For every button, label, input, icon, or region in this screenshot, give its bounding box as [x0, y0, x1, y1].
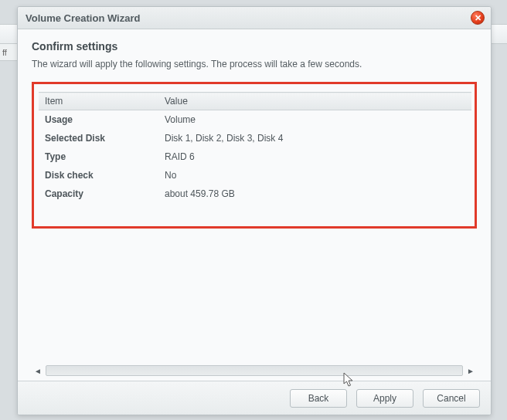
scroll-track[interactable]: [46, 365, 463, 376]
row-value: No: [158, 166, 471, 185]
table-row: Capacity about 459.78 GB: [39, 185, 471, 203]
settings-table: Item Value Usage Volume Selected Disk Di…: [39, 92, 471, 203]
table-row: Disk check No: [39, 166, 471, 185]
close-icon: ✕: [475, 14, 481, 22]
row-value: Volume: [158, 110, 471, 130]
wizard-dialog: Volume Creation Wizard ✕ Confirm setting…: [17, 6, 492, 415]
scroll-left-icon[interactable]: ◄: [33, 367, 43, 375]
col-value: Value: [158, 93, 471, 110]
back-button[interactable]: Back: [290, 389, 347, 408]
scroll-right-icon[interactable]: ►: [466, 367, 475, 375]
close-button[interactable]: ✕: [471, 11, 485, 25]
page-subtext: The wizard will apply the following sett…: [32, 59, 477, 69]
horizontal-scrollbar[interactable]: ◄ ►: [32, 365, 477, 376]
background-fragment: ff: [0, 44, 17, 61]
row-key: Type: [39, 147, 158, 166]
row-value: about 459.78 GB: [158, 185, 471, 203]
page-heading: Confirm settings: [32, 40, 477, 52]
row-value: Disk 1, Disk 2, Disk 3, Disk 4: [158, 129, 471, 147]
settings-highlight: Item Value Usage Volume Selected Disk Di…: [32, 82, 477, 229]
row-value: RAID 6: [158, 147, 471, 166]
dialog-content: Confirm settings The wizard will apply t…: [18, 29, 491, 381]
row-key: Selected Disk: [39, 129, 158, 147]
titlebar: Volume Creation Wizard ✕: [18, 7, 491, 29]
table-row: Type RAID 6: [39, 147, 471, 166]
dialog-title: Volume Creation Wizard: [26, 12, 471, 24]
dialog-footer: Back Apply Cancel: [18, 381, 491, 415]
row-key: Capacity: [39, 185, 158, 203]
cancel-button[interactable]: Cancel: [423, 389, 480, 408]
table-row: Usage Volume: [39, 110, 471, 130]
table-row: Selected Disk Disk 1, Disk 2, Disk 3, Di…: [39, 129, 471, 147]
row-key: Disk check: [39, 166, 158, 185]
row-key: Usage: [39, 110, 158, 130]
apply-button[interactable]: Apply: [356, 389, 413, 408]
col-item: Item: [39, 93, 158, 110]
spacer: [32, 232, 477, 365]
